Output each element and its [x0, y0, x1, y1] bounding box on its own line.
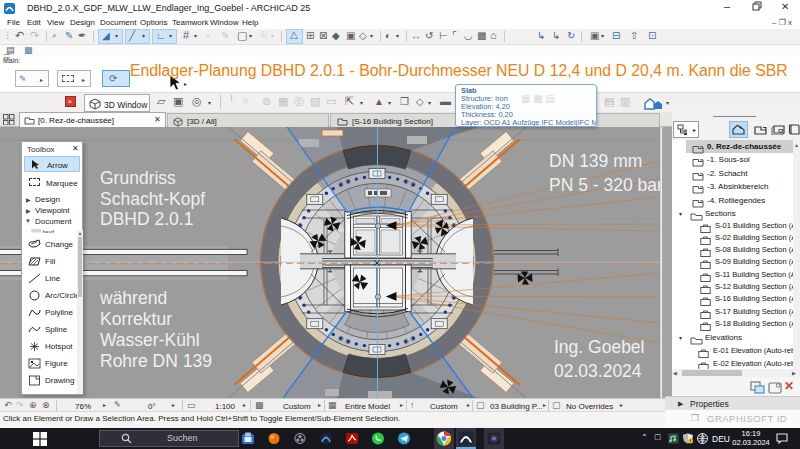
svg-text:DN 139 mm: DN 139 mm: [549, 151, 642, 171]
svg-text:PN 5 - 320 bar: PN 5 - 320 bar: [549, 175, 660, 195]
svg-text:Korrektur: Korrektur: [100, 309, 172, 329]
svg-text:Wasser-Kühl: Wasser-Kühl: [100, 330, 200, 350]
svg-text:Schacht-Kopf: Schacht-Kopf: [100, 189, 205, 209]
svg-text:während: während: [99, 288, 167, 308]
svg-text:DBHD 2.0.1: DBHD 2.0.1: [100, 209, 193, 229]
svg-text:Grundriss: Grundriss: [100, 168, 176, 188]
svg-text:02.03.2024: 02.03.2024: [554, 361, 642, 381]
svg-text:Ing. Goebel: Ing. Goebel: [554, 337, 644, 357]
svg-text:Rohre DN 139: Rohre DN 139: [100, 351, 212, 371]
